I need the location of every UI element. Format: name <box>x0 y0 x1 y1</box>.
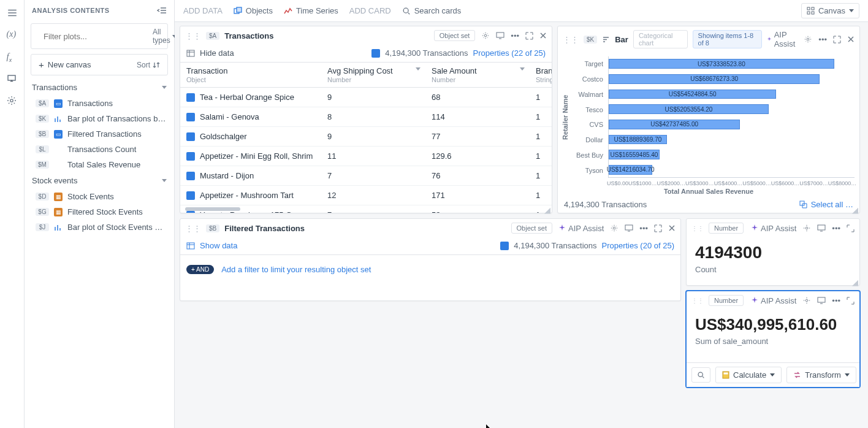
sidebar-group-head[interactable]: Stock events <box>25 172 174 189</box>
expand-icon[interactable] <box>833 36 841 44</box>
resize-handle-icon[interactable]: ◢ <box>852 278 858 284</box>
sort-icon[interactable] <box>602 36 610 44</box>
filter-plots-input-wrap[interactable]: All types <box>31 23 168 49</box>
bar[interactable]: US$73338523.80 <box>609 59 834 69</box>
search-cards-button[interactable]: Search cards <box>402 6 462 15</box>
more-icon[interactable]: ••• <box>639 224 648 233</box>
show-data-link[interactable]: Show data <box>200 241 237 250</box>
sidebar-item[interactable]: $B▭Filtered Transactions <box>25 126 174 142</box>
objects-button[interactable]: Objects <box>234 6 273 15</box>
function-icon[interactable]: fx <box>7 52 18 63</box>
canvas-dropdown[interactable]: Canvas <box>801 3 859 18</box>
gear-icon[interactable] <box>802 296 811 305</box>
aip-assist-button[interactable]: AIP Assist <box>751 224 796 233</box>
drag-handle-icon[interactable]: ⋮⋮ <box>185 31 201 40</box>
gear-icon[interactable] <box>610 224 619 232</box>
bar[interactable]: US$18889369.70 <box>609 135 667 145</box>
filter-row[interactable]: + AND Add a filter to limit your resulti… <box>186 265 674 274</box>
monitor-icon[interactable] <box>496 31 504 40</box>
bars-area[interactable]: US$73338523.80US$68676273.30US$54524884.… <box>608 56 855 178</box>
aip-assist-button[interactable]: AIP Assist <box>751 296 796 305</box>
filter-plots-input[interactable] <box>42 31 148 42</box>
bar[interactable]: US$42737485.00 <box>609 120 740 129</box>
drag-handle-icon[interactable]: ⋮⋮ <box>185 224 201 233</box>
monitor-icon[interactable] <box>817 296 826 305</box>
x-tick: US$8000… <box>828 180 857 186</box>
properties-link[interactable]: Properties (22 of 25) <box>473 48 546 58</box>
object-set-pill[interactable]: Object set <box>511 223 553 234</box>
time-series-button[interactable]: Time Series <box>284 6 338 15</box>
bar[interactable]: US$68676273.30 <box>609 74 820 84</box>
calculate-button[interactable]: Calculate <box>715 367 782 383</box>
monitor-icon[interactable] <box>817 224 826 232</box>
aip-assist-button[interactable]: AIP Assist <box>767 30 798 48</box>
column-header[interactable]: Sale AmountNumber <box>425 63 530 87</box>
transactions-table: TransactionObjectAvg Shipping CostNumber… <box>180 63 552 213</box>
hide-data-link[interactable]: Hide data <box>200 48 234 58</box>
more-icon[interactable]: ••• <box>818 35 827 44</box>
types-dropdown[interactable]: All types <box>153 28 177 45</box>
drag-handle-icon[interactable]: ⋮⋮ <box>563 35 579 44</box>
bar[interactable]: US$14216034.70 <box>609 165 652 175</box>
variables-icon[interactable]: (x) <box>7 29 18 40</box>
more-icon[interactable]: ••• <box>832 296 840 305</box>
sidebar-item[interactable]: $JBar plot of Stock Events by Event… <box>25 220 174 235</box>
sidebar-item[interactable]: $MTotal Sales Revenue <box>25 157 174 172</box>
transform-button[interactable]: Transform <box>786 367 856 383</box>
svg-rect-21 <box>818 297 825 302</box>
drag-handle-icon[interactable]: ⋮⋮ <box>691 297 704 304</box>
table-row[interactable]: Tea - Herbal Orange Spice9681 <box>180 88 552 107</box>
expand-icon[interactable] <box>525 32 533 40</box>
sidebar-item[interactable]: $D▦Stock Events <box>25 189 174 204</box>
new-canvas-button[interactable]: +New canvas Sort <box>31 54 168 75</box>
expand-icon[interactable] <box>847 297 855 305</box>
gear-icon[interactable] <box>804 35 812 44</box>
table-row[interactable]: Mustard - Dijon7761 <box>180 166 552 186</box>
and-chip[interactable]: + AND <box>186 265 214 274</box>
column-header[interactable]: Avg Shipping CostNumber <box>321 63 425 87</box>
sidebar-item[interactable]: $G▦Filtered Stock Events <box>25 204 174 220</box>
properties-link[interactable]: Properties (20 of 25) <box>601 241 674 250</box>
close-icon[interactable] <box>847 36 855 43</box>
expand-icon[interactable] <box>847 224 855 232</box>
object-set-pill[interactable]: Object set <box>434 30 476 41</box>
object-icon <box>371 49 380 58</box>
select-all-link[interactable]: Select all … <box>799 200 853 209</box>
bar[interactable]: US$52053554.20 <box>609 104 769 114</box>
sidebar-group-head[interactable]: Transactions <box>25 79 174 96</box>
sidebar-item[interactable]: $LTransactions Count <box>25 142 174 157</box>
gear-icon[interactable] <box>802 224 811 232</box>
expand-icon[interactable] <box>654 224 662 232</box>
table-row[interactable]: Appetizer - Mini Egg Roll, Shrim11129.61 <box>180 147 552 166</box>
object-icon <box>186 93 195 102</box>
more-icon[interactable]: ••• <box>832 224 840 233</box>
bar[interactable]: US$54524884.50 <box>609 90 776 99</box>
more-icon[interactable]: ••• <box>511 31 519 40</box>
resize-handle-icon[interactable]: ◢ <box>852 205 858 212</box>
gear-icon[interactable] <box>481 31 490 40</box>
sidebar-item[interactable]: $A▭Transactions <box>25 96 174 111</box>
table-row[interactable]: Goldschalger9771 <box>180 127 552 147</box>
sidebar-item[interactable]: $KBar plot of Transactions by Retail… <box>25 111 174 126</box>
close-icon[interactable] <box>668 224 676 232</box>
svg-point-22 <box>698 372 702 376</box>
close-icon[interactable] <box>539 32 547 39</box>
collapse-icon[interactable] <box>157 6 167 15</box>
resize-handle-icon[interactable]: ◢ <box>544 205 550 212</box>
menu-icon[interactable] <box>7 7 18 18</box>
bar[interactable]: US$16559485.40 <box>609 150 660 159</box>
gear-icon[interactable] <box>7 96 18 107</box>
aip-assist-button[interactable]: AIP Assist <box>558 224 604 233</box>
search-button[interactable] <box>691 367 710 383</box>
present-icon[interactable] <box>7 74 18 85</box>
item-code: $J <box>36 223 49 231</box>
drag-handle-icon[interactable]: ⋮⋮ <box>691 225 704 232</box>
column-header[interactable]: Brand IDString <box>530 63 552 87</box>
monitor-icon[interactable] <box>625 224 633 232</box>
h-scrollbar[interactable] <box>185 207 240 211</box>
y-category: Costco <box>582 75 603 83</box>
column-header[interactable]: TransactionObject <box>180 63 321 87</box>
table-row[interactable]: Salami - Genova81141 <box>180 107 552 127</box>
x-tick: US$5000… <box>742 180 771 186</box>
table-row[interactable]: Appetizer - Mushroom Tart121711 <box>180 186 552 205</box>
